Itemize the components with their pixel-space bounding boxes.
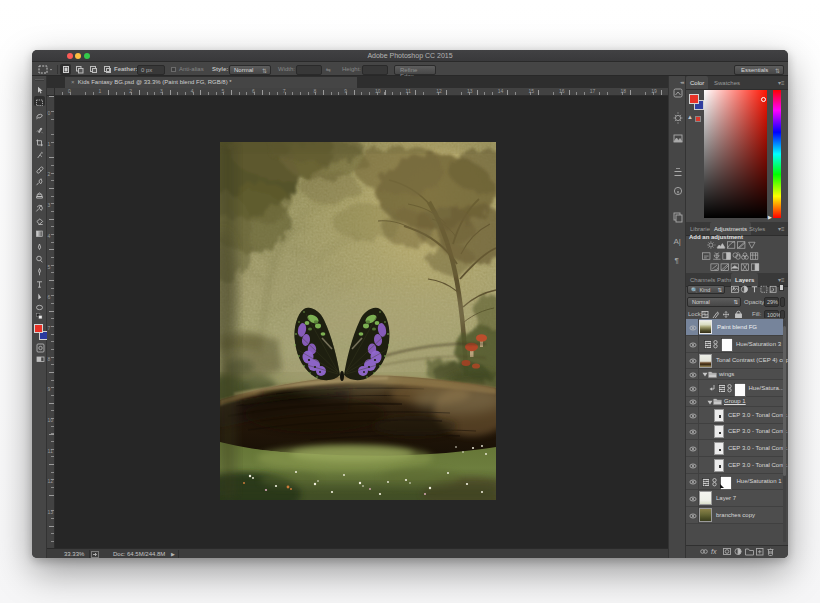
svg-text:A|: A| bbox=[674, 237, 681, 246]
svg-text:¶: ¶ bbox=[675, 256, 679, 265]
svg-text:fx: fx bbox=[711, 548, 717, 555]
